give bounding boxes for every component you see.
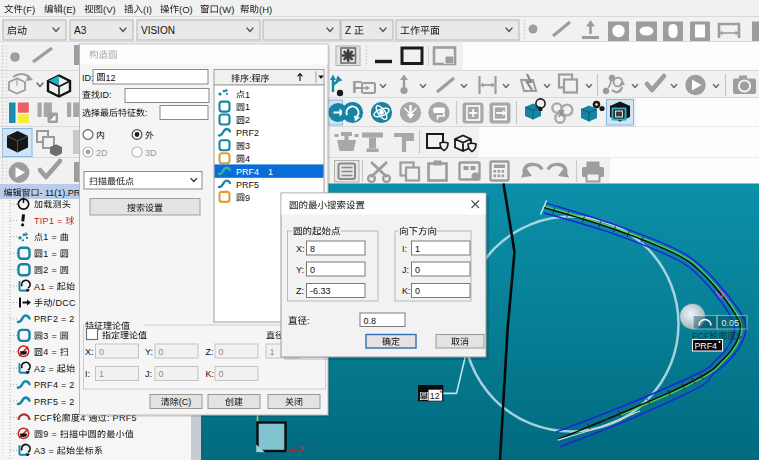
svg-text:2D: 2D: [96, 148, 108, 158]
svg-text:(W): (W): [219, 4, 234, 15]
svg-text:VISION: VISION: [141, 25, 175, 36]
svg-text:ID:: ID:: [100, 90, 112, 100]
svg-text:(E): (E): [63, 4, 76, 15]
svg-text:K:: K:: [402, 286, 411, 296]
svg-text:(H): (H): [259, 4, 272, 15]
svg-text:5: 5: [737, 331, 742, 341]
svg-text:- 11(1).PR: - 11(1).PR: [40, 188, 81, 198]
svg-text:A1 =: A1 =: [34, 282, 54, 292]
svg-text::: :: [307, 315, 310, 326]
svg-text:1 =: 1 =: [43, 232, 57, 242]
svg-text:PRF2: PRF2: [236, 128, 259, 138]
svg-text:12: 12: [430, 391, 440, 401]
svg-text:TIP1 =: TIP1 =: [34, 216, 63, 226]
svg-text:4: 4: [245, 154, 250, 164]
svg-text:0: 0: [415, 265, 420, 275]
svg-text:2: 2: [245, 115, 250, 125]
svg-text::: :: [145, 108, 148, 118]
svg-text:(I): (I): [143, 4, 152, 15]
svg-text:Z:: Z:: [206, 347, 214, 357]
svg-text:1: 1: [245, 102, 250, 112]
svg-text:0.05: 0.05: [722, 318, 740, 328]
svg-text:PRF4: PRF4: [695, 341, 718, 351]
svg-text:0: 0: [159, 347, 164, 357]
svg-text:1: 1: [270, 347, 275, 357]
svg-text:PRF5 = 2: PRF5 = 2: [34, 397, 75, 407]
svg-text:PRF4 = 2: PRF4 = 2: [34, 380, 75, 390]
svg-text:X:: X:: [296, 244, 305, 254]
svg-text:(O): (O): [179, 4, 193, 15]
svg-text:I:: I:: [402, 244, 407, 254]
svg-text:K:: K:: [206, 369, 215, 379]
svg-text:J:: J:: [402, 265, 409, 275]
svg-text:PRF2 = 2: PRF2 = 2: [34, 314, 75, 324]
svg-text:0: 0: [415, 286, 420, 296]
svg-text:A2 =: A2 =: [34, 364, 54, 374]
svg-text:A3 =: A3 =: [34, 446, 54, 456]
svg-text:Z:: Z:: [296, 286, 304, 296]
svg-text:0: 0: [219, 347, 224, 357]
svg-text:X:: X:: [85, 347, 94, 357]
svg-text:12: 12: [106, 73, 116, 83]
svg-text:9: 9: [245, 193, 250, 203]
svg-text:3: 3: [245, 141, 250, 151]
svg-text:Z: Z: [345, 25, 351, 36]
svg-text:0: 0: [310, 265, 315, 275]
svg-text:PRF5: PRF5: [236, 180, 259, 190]
svg-text:Y:: Y:: [296, 265, 304, 275]
svg-text:-6.33: -6.33: [310, 286, 331, 296]
svg-text:A3: A3: [74, 25, 87, 36]
svg-text:1: 1: [268, 167, 273, 177]
svg-text:PRF4: PRF4: [236, 167, 259, 177]
svg-text:FCF: FCF: [34, 413, 53, 423]
svg-text:1: 1: [245, 90, 250, 100]
svg-text:8: 8: [310, 244, 315, 254]
svg-text:0.8: 0.8: [364, 316, 377, 326]
svg-text:(F): (F): [23, 4, 35, 15]
svg-text:ID:: ID:: [82, 73, 94, 83]
svg-text:/DCC: /DCC: [53, 298, 76, 308]
svg-text:3 =: 3 =: [43, 331, 57, 341]
svg-text:2 =: 2 =: [43, 265, 57, 275]
svg-text:0: 0: [219, 369, 224, 379]
svg-text:(V): (V): [103, 4, 116, 15]
svg-text:1 =: 1 =: [43, 249, 57, 259]
svg-text:4 =: 4 =: [43, 347, 57, 357]
svg-text:Y:: Y:: [145, 347, 153, 357]
svg-text:1: 1: [415, 244, 420, 254]
svg-text:0: 0: [159, 369, 164, 379]
svg-text:I:: I:: [85, 369, 90, 379]
svg-text:9 =: 9 =: [43, 429, 57, 439]
svg-text:0: 0: [99, 347, 104, 357]
svg-text::: :: [249, 74, 252, 84]
svg-text:3D: 3D: [145, 148, 157, 158]
svg-text:(C): (C): [179, 397, 192, 407]
svg-text:X: X: [299, 443, 306, 454]
svg-text:x: x: [558, 106, 565, 120]
svg-text:1: 1: [99, 369, 104, 379]
svg-text:J:: J:: [145, 369, 152, 379]
